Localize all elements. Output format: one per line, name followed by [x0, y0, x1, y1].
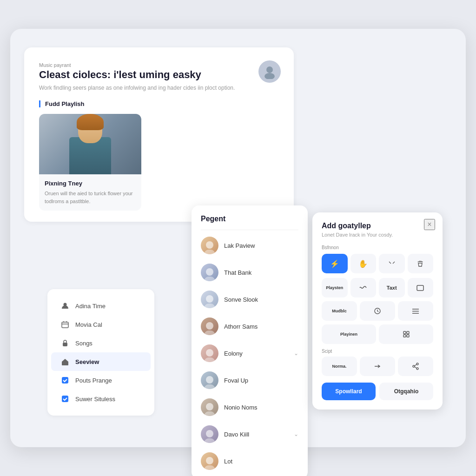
icon-btn-playsten[interactable]: Playsten [322, 278, 348, 298]
sidebar-nav: Adina Time Movia Cal Son [47, 289, 154, 416]
icon-btn-active[interactable]: ⚡ [322, 254, 348, 273]
close-button[interactable]: × [424, 219, 435, 230]
sidebar-item-movia-cal[interactable]: Movia Cal [51, 315, 151, 334]
home-icon [60, 357, 70, 366]
sidebar-item-suwer-situless[interactable]: Suwer Situless [51, 390, 151, 408]
otgqahio-button[interactable]: Otgqahio [379, 383, 433, 400]
sidebar-item-pouts-prange[interactable]: Pouts Prange [51, 371, 151, 390]
svg-rect-7 [417, 285, 423, 291]
icon-btn-bucket[interactable] [408, 254, 434, 273]
script-btn-arrow[interactable] [360, 357, 395, 376]
svg-point-13 [416, 363, 418, 365]
svg-rect-3 [62, 322, 68, 328]
chevron-down-icon: ⌄ [294, 350, 298, 357]
icon-btn-hand[interactable]: ✋ [350, 254, 377, 273]
icon-btn-wave[interactable] [350, 278, 377, 298]
person-name: Eolony [224, 350, 288, 357]
icon-btn-grid[interactable] [379, 324, 433, 344]
person-name: Athorr Sams [224, 323, 298, 330]
icon-row-3: Mudblc [322, 301, 433, 321]
checkbox-check-icon [60, 394, 70, 403]
svg-rect-4 [63, 343, 67, 346]
outer-container: Music payrant Cleast ciolecs: i'lest umi… [10, 29, 466, 447]
person-item-8[interactable]: Davo Kiill ⌄ [192, 421, 308, 448]
sidebar-label: Seeview [75, 358, 99, 365]
sidebar-label: Songs [75, 340, 93, 347]
svg-rect-9 [403, 331, 406, 334]
checkbox-blue-icon [60, 376, 70, 385]
main-card: Music payrant Cleast ciolecs: i'lest umi… [24, 47, 294, 222]
svg-rect-12 [407, 335, 409, 337]
add-panel-subtitle: Lonet Dave lrack in Your cosdy. [322, 232, 433, 238]
icon-btn-taxt[interactable]: Taxt [379, 278, 405, 298]
person-avatar-1 [201, 237, 218, 254]
sidebar-nav-container: Adina Time Movia Cal Son [47, 280, 154, 416]
spowllard-button[interactable]: Spowllard [322, 383, 376, 400]
sidebar-label: Adina Time [75, 303, 106, 310]
icon-row-4: Playinen [322, 324, 433, 344]
sidebar-item-seeview[interactable]: Seeview [51, 352, 151, 371]
breadcrumb: Music payrant [39, 62, 71, 68]
script-btn-norma[interactable]: Norma. [322, 357, 357, 376]
script-label: Scipt [322, 349, 433, 354]
icon-btn-clock[interactable] [360, 301, 395, 321]
person-icon [60, 301, 70, 311]
svg-rect-6 [62, 396, 68, 402]
svg-point-1 [264, 73, 275, 79]
person-item-1[interactable]: Lak Paview [192, 232, 308, 259]
person-name: That Bank [224, 269, 298, 276]
page-description: Work findling seers planse as one infolw… [39, 85, 279, 91]
playlist-card[interactable]: Pixning Tney Oruen will the aied to turi… [39, 114, 141, 211]
icon-btn-tablet[interactable] [408, 278, 434, 298]
svg-rect-11 [403, 335, 406, 337]
icon-row-1: ⚡ ✋ [322, 254, 433, 273]
playlist-info: Pixning Tney Oruen will the aied to turi… [39, 174, 141, 211]
person-name: Nonio Noms [224, 404, 298, 411]
section-label: Fudd Playlish [39, 100, 279, 107]
icon-btn-list[interactable] [398, 301, 433, 321]
svg-rect-5 [62, 377, 68, 383]
person-item-9[interactable]: Lot [192, 448, 308, 475]
people-panel-title: Pegent [192, 215, 308, 223]
script-row: Norma. [322, 357, 433, 376]
person-name: Foval Up [224, 377, 298, 384]
person-avatar-5 [201, 344, 218, 362]
person-item-4[interactable]: Athorr Sams [192, 313, 308, 340]
avatar [258, 60, 281, 83]
sidebar-label: Pouts Prange [75, 377, 112, 384]
person-item-3[interactable]: Sonve Slook [192, 286, 308, 313]
person-avatar-7 [201, 398, 218, 416]
add-panel: × Add goatyllep Lonet Dave lrack in Your… [312, 212, 443, 410]
script-btn-share[interactable] [398, 357, 433, 376]
icon-btn-filter[interactable] [379, 254, 405, 273]
person-item-7[interactable]: Nonio Noms [192, 394, 308, 421]
person-avatar-2 [201, 264, 218, 281]
lock-icon [60, 338, 70, 348]
person-name: Lot [224, 458, 298, 465]
playlist-thumbnail [39, 114, 141, 174]
icon-btn-mudblc[interactable]: Mudblc [322, 301, 357, 321]
sidebar-item-adina-time[interactable]: Adina Time [51, 297, 151, 315]
sidebar-label: Suwer Situless [75, 396, 115, 403]
calendar-icon [60, 320, 70, 329]
person-item-5[interactable]: Eolony ⌄ [192, 340, 308, 367]
people-panel: Pegent Lak Paview That Bank Sonve Slook … [192, 205, 308, 476]
sidebar-label: Movia Cal [75, 321, 102, 328]
page-title: Cleast ciolecs: i'lest uming easky [39, 69, 279, 81]
icon-row-2: Playsten Taxt [322, 278, 433, 298]
add-panel-title: Add goatyllep [322, 222, 433, 230]
action-row: Spowllard Otgqahio [322, 383, 433, 400]
person-name: Davo Kiill [224, 431, 288, 438]
person-item-2[interactable]: That Bank [192, 259, 308, 286]
svg-point-15 [416, 368, 418, 370]
svg-point-14 [413, 365, 415, 367]
content-area: Pixning Tney Oruen will the aied to turi… [39, 114, 279, 211]
svg-rect-10 [407, 331, 409, 334]
playlist-title: Pixning Tney [45, 180, 136, 187]
svg-point-0 [266, 66, 273, 73]
person-item-6[interactable]: Foval Up [192, 367, 308, 394]
icon-btn-playinen[interactable]: Playinen [322, 324, 376, 344]
person-avatar-6 [201, 371, 218, 389]
person-avatar-8 [201, 425, 218, 443]
sidebar-item-songs[interactable]: Songs [51, 334, 151, 352]
